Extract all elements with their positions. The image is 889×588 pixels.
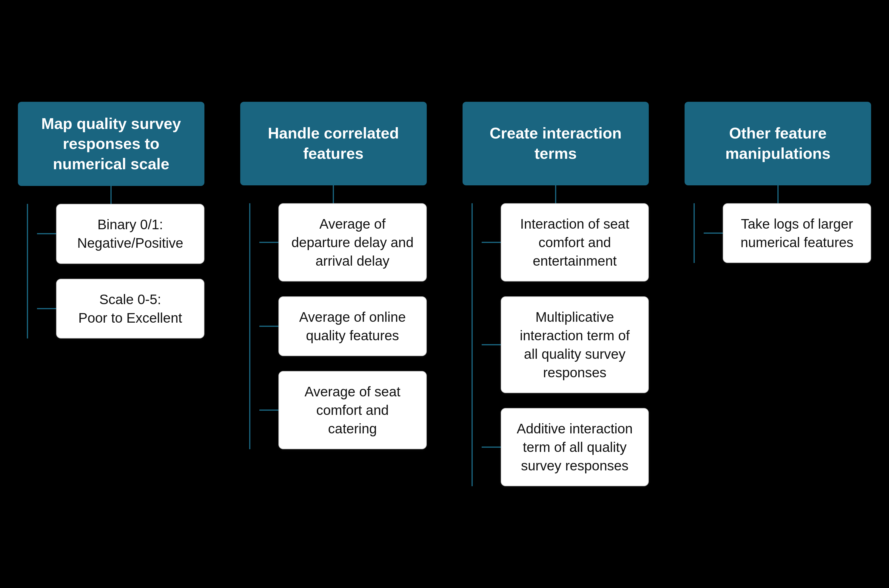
horizontal-connector bbox=[482, 242, 501, 243]
child-entry-3: Average of seat comfort and catering bbox=[259, 371, 427, 449]
left-bracket bbox=[18, 204, 37, 338]
left-bracket bbox=[685, 203, 704, 263]
column-4: Other feature manipulationsTake logs of … bbox=[685, 102, 871, 263]
horizontal-connector bbox=[259, 242, 279, 243]
child-box-2-3: Average of seat comfort and catering bbox=[279, 371, 427, 449]
horizontal-connector bbox=[259, 410, 279, 411]
children-col: Take logs of larger numerical features bbox=[704, 203, 871, 263]
middle-section: Take logs of larger numerical features bbox=[685, 203, 871, 263]
connector-top bbox=[110, 186, 112, 204]
connector-top bbox=[333, 185, 334, 203]
column-1: Map quality survey responses to numerica… bbox=[18, 102, 204, 339]
children-col: Interaction of seat comfort and entertai… bbox=[482, 203, 649, 486]
middle-section: Binary 0/1:Negative/PositiveScale 0-5:Po… bbox=[18, 204, 204, 338]
horizontal-connector bbox=[482, 447, 501, 448]
horizontal-connector bbox=[37, 233, 56, 234]
bracket-vline bbox=[472, 203, 473, 486]
child-entry-1: Average of departure delay and arrival d… bbox=[259, 203, 427, 282]
horizontal-connector bbox=[482, 344, 501, 345]
connector-top bbox=[777, 185, 779, 203]
child-box-4-1: Take logs of larger numerical features bbox=[723, 203, 871, 263]
child-box-1-2: Scale 0-5:Poor to Excellent bbox=[56, 279, 204, 339]
child-box-3-1: Interaction of seat comfort and entertai… bbox=[501, 203, 649, 282]
left-bracket bbox=[463, 203, 482, 486]
child-box-1-1: Binary 0/1:Negative/Positive bbox=[56, 204, 204, 264]
bracket-vline bbox=[694, 203, 695, 263]
child-entry-1: Take logs of larger numerical features bbox=[704, 203, 871, 263]
left-bracket bbox=[240, 203, 259, 450]
header-3: Create interaction terms bbox=[463, 102, 649, 185]
child-entry-1: Binary 0/1:Negative/Positive bbox=[37, 204, 204, 264]
horizontal-connector bbox=[37, 308, 56, 309]
child-box-2-1: Average of departure delay and arrival d… bbox=[279, 203, 427, 282]
header-2: Handle correlated features bbox=[240, 102, 427, 185]
middle-section: Interaction of seat comfort and entertai… bbox=[463, 203, 649, 486]
child-entry-2: Scale 0-5:Poor to Excellent bbox=[37, 279, 204, 339]
middle-section: Average of departure delay and arrival d… bbox=[240, 203, 427, 450]
child-entry-3: Additive interaction term of all quality… bbox=[482, 408, 649, 486]
child-entry-1: Interaction of seat comfort and entertai… bbox=[482, 203, 649, 282]
bracket-vline bbox=[27, 204, 28, 338]
child-box-2-2: Average of online quality features bbox=[279, 296, 427, 356]
connector-top bbox=[555, 185, 556, 203]
child-entry-2: Average of online quality features bbox=[259, 296, 427, 356]
horizontal-connector bbox=[259, 326, 279, 327]
column-2: Handle correlated featuresAverage of dep… bbox=[240, 102, 427, 450]
child-box-3-3: Additive interaction term of all quality… bbox=[501, 408, 649, 486]
diagram: Map quality survey responses to numerica… bbox=[18, 102, 871, 486]
children-col: Average of departure delay and arrival d… bbox=[259, 203, 427, 450]
child-box-3-2: Multiplicative interaction term of all q… bbox=[501, 296, 649, 393]
child-entry-2: Multiplicative interaction term of all q… bbox=[482, 296, 649, 393]
header-4: Other feature manipulations bbox=[685, 102, 871, 185]
column-3: Create interaction termsInteraction of s… bbox=[463, 102, 649, 486]
horizontal-connector bbox=[704, 232, 723, 234]
children-col: Binary 0/1:Negative/PositiveScale 0-5:Po… bbox=[37, 204, 204, 338]
bracket-vline bbox=[249, 203, 250, 450]
header-1: Map quality survey responses to numerica… bbox=[18, 102, 204, 186]
